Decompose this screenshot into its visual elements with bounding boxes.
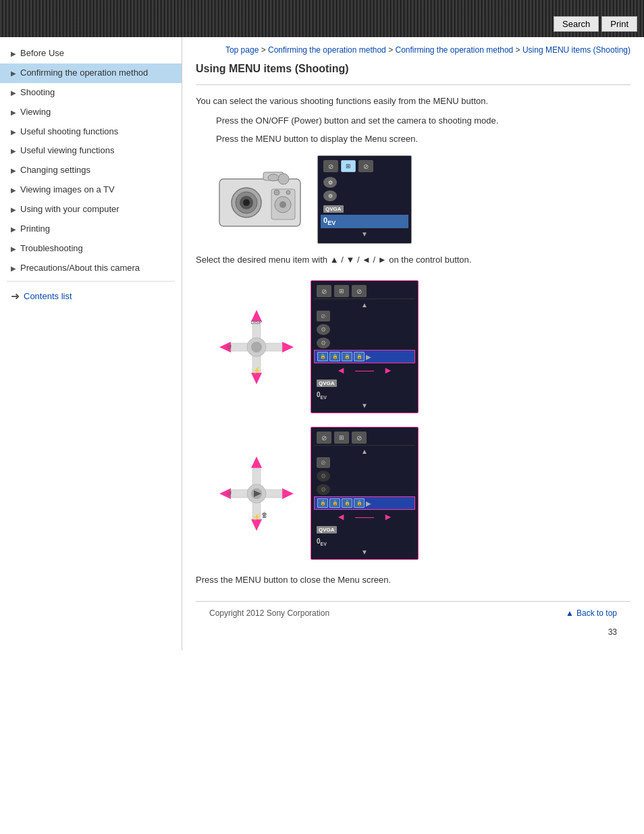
menu-row-2: ⚙ [321, 189, 408, 203]
menu-row-1: ⚙ [321, 176, 408, 189]
menu-sub2-row-3: ⚙ [314, 483, 415, 496]
menu-screen-1: ⊘ ⊞ ⊘ ⚙ ⚙ QVGA 0EV ▼ [317, 155, 412, 243]
contents-list-label: Contents list [24, 291, 72, 301]
svg-marker-27 [282, 488, 294, 499]
menu-sub-row-3: ⚙ [314, 336, 415, 350]
arrow-icon: ▶ [11, 186, 16, 194]
sidebar-item-precautions[interactable]: ▶ Precautions/About this camera [0, 259, 182, 278]
svg-point-9 [279, 201, 286, 208]
sidebar-item-viewing-tv[interactable]: ▶ Viewing images on a TV [0, 180, 182, 200]
page-title-section: Using MENU items (Shooting) [196, 63, 630, 85]
svg-point-4 [243, 199, 250, 206]
arrow-icon: ▶ [11, 128, 16, 136]
svg-text:↺: ↺ [227, 490, 232, 497]
svg-point-11 [286, 190, 290, 194]
arrow-icon: ▶ [11, 88, 16, 97]
sidebar-item-changing-settings[interactable]: ▶ Changing settings [0, 161, 182, 180]
menu-row-5: ▼ [321, 228, 408, 240]
svg-point-6 [278, 174, 289, 184]
sidebar: ▶ Before Use ▶ Confirming the operation … [0, 37, 182, 650]
diagram-camera-menu: ⊘ ⊞ ⊘ ⚙ ⚙ QVGA 0EV ▼ [216, 155, 630, 243]
menu-sub-row-qvga: QVGA [314, 377, 415, 389]
menu-sub2-row-qvga: QVGA [314, 523, 415, 536]
menu-row-4-highlighted: 0EV [321, 215, 408, 228]
breadcrumb-part3[interactable]: Using MENU items (Shooting) [522, 45, 630, 55]
sidebar-item-label: Shooting [20, 87, 175, 99]
dpad-illustration-2: ⚡ 🗑 ↺ [216, 453, 297, 534]
sidebar-item-useful-viewing[interactable]: ▶ Useful viewing functions [0, 141, 182, 161]
menu-sub2-row-2: ⚙ [314, 469, 415, 483]
copyright: Copyright 2012 Sony Corporation [209, 608, 329, 618]
menu-row-3: QVGA [321, 203, 408, 215]
main-content: Top page > Confirming the operation meth… [182, 37, 644, 650]
breadcrumb-part1[interactable]: Confirming the operation method [268, 45, 386, 55]
arrow-icon: ▶ [11, 205, 16, 214]
svg-text:↺: ↺ [227, 344, 232, 350]
svg-text:🗑: 🗑 [261, 511, 268, 519]
menu-sub-row-2: ⚙ [314, 323, 415, 336]
sidebar-item-useful-shooting[interactable]: ▶ Useful shooting functions [0, 122, 182, 142]
arrow-icon: ▶ [11, 244, 16, 253]
dpad-illustration-1: DISP ⚡ ↺ [216, 307, 297, 388]
step1-text: Press the ON/OFF (Power) button and set … [196, 114, 630, 128]
close-instruction: Press the MENU button to close the Menu … [196, 573, 630, 588]
svg-marker-24 [251, 457, 262, 468]
arrow-icon: ▶ [11, 69, 16, 78]
page-number: 33 [196, 625, 630, 637]
sidebar-item-label: Troubleshooting [20, 243, 175, 255]
arrow-icon: ▶ [11, 166, 16, 175]
diagram-dpad-1: DISP ⚡ ↺ ⊘ ⊞ ⊘ ▲ ⊘ ⚙ [216, 280, 630, 413]
sidebar-item-label: Viewing images on a TV [20, 184, 175, 196]
menu-sub2-row-1: ⊘ [314, 456, 415, 469]
camera-illustration [216, 165, 304, 233]
svg-text:⚡: ⚡ [252, 513, 261, 521]
back-to-top-label: Back to top [576, 608, 617, 618]
sidebar-item-before-use[interactable]: ▶ Before Use [0, 44, 182, 63]
sidebar-item-shooting[interactable]: ▶ Shooting [0, 83, 182, 103]
bottom-bar: Copyright 2012 Sony Corporation ▲ Back t… [196, 601, 630, 625]
breadcrumb-sep1: > [261, 45, 268, 55]
search-button[interactable]: Search [554, 16, 599, 32]
breadcrumb-top-page[interactable]: Top page [225, 45, 259, 55]
sidebar-item-using-computer[interactable]: ▶ Using with your computer [0, 200, 182, 219]
menu-screen-3: ⊘ ⊞ ⊘ ▲ ⊘ ⚙ ⚙ 🔒 🔒 🔒 [311, 427, 419, 560]
arrow-icon: ▶ [11, 49, 16, 58]
print-button[interactable]: Print [601, 16, 637, 32]
svg-marker-25 [251, 519, 262, 531]
menu-sub2-row-highlighted: 🔒 🔒 🔒 🔒 ▶ [314, 496, 415, 510]
arrow-icon: ▶ [11, 108, 16, 117]
svg-text:DISP: DISP [251, 320, 263, 325]
sidebar-divider [7, 281, 175, 282]
sidebar-item-label: Before Use [20, 48, 175, 59]
intro-text: You can select the various shooting func… [196, 95, 630, 109]
breadcrumb-sep3: > [516, 45, 522, 55]
main-layout: ▶ Before Use ▶ Confirming the operation … [0, 37, 644, 650]
sidebar-item-viewing[interactable]: ▶ Viewing [0, 103, 182, 122]
breadcrumb-part2[interactable]: Confirming the operation method [395, 45, 513, 55]
sidebar-item-label: Confirming the operation method [20, 68, 175, 79]
page-title: Using MENU items (Shooting) [196, 63, 630, 79]
back-to-top-link[interactable]: ▲ Back to top [566, 608, 617, 618]
sidebar-item-label: Precautions/About this camera [20, 263, 175, 274]
diagram-dpad-2: ⚡ 🗑 ↺ ⊘ ⊞ ⊘ ▲ ⊘ ⚙ [216, 427, 630, 560]
sidebar-item-label: Viewing [20, 107, 175, 118]
step2-text: Press the MENU button to display the Men… [196, 132, 630, 147]
sidebar-item-troubleshooting[interactable]: ▶ Troubleshooting [0, 239, 182, 259]
arrow-icon: ▶ [11, 147, 16, 155]
menu-tab-2: ⊞ [341, 160, 356, 172]
svg-text:⚡: ⚡ [252, 366, 261, 375]
menu-tab-3: ⊘ [358, 160, 373, 172]
svg-point-12 [268, 174, 279, 181]
contents-list-link[interactable]: ➜ Contents list [0, 284, 182, 308]
svg-marker-14 [251, 373, 262, 384]
header-stripe: Search Print [0, 0, 644, 37]
sidebar-item-label: Using with your computer [20, 204, 175, 215]
sidebar-item-printing[interactable]: ▶ Printing [0, 219, 182, 239]
back-to-top-arrow-icon: ▲ [566, 608, 574, 618]
sidebar-item-confirming[interactable]: ▶ Confirming the operation method [0, 63, 182, 83]
sidebar-item-label: Printing [20, 224, 175, 235]
sidebar-item-label: Useful shooting functions [20, 126, 175, 138]
svg-point-20 [251, 342, 262, 353]
contents-list-arrow-icon: ➜ [11, 290, 20, 303]
sidebar-item-label: Useful viewing functions [20, 145, 175, 157]
